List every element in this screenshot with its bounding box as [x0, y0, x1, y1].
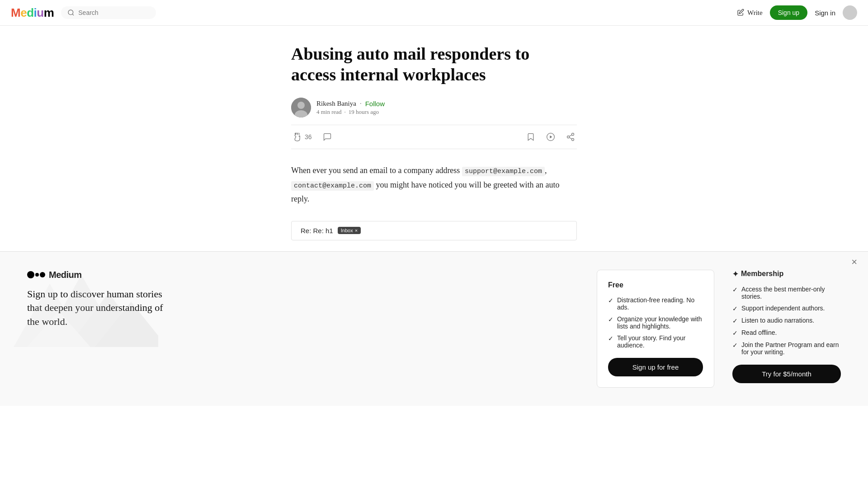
member-feature-3-text: Listen to audio narrations.	[741, 317, 814, 324]
avatar-image	[291, 98, 311, 117]
member-check-2: ✓	[732, 305, 738, 312]
free-feature-2-text: Organize your knowledge with lists and h…	[617, 315, 703, 330]
search-input[interactable]	[78, 9, 150, 16]
listen-button[interactable]	[544, 131, 557, 143]
article-title: Abusing auto mail responders to access i…	[291, 44, 577, 85]
free-plan-title: Free	[608, 281, 703, 289]
share-button[interactable]	[564, 131, 577, 143]
write-label: Write	[747, 9, 763, 17]
email-subject: Re: Re: h1	[301, 227, 333, 235]
avatar[interactable]	[843, 5, 857, 20]
medium-logo[interactable]: Medium	[11, 6, 54, 20]
logo-dot-large	[27, 271, 34, 278]
article-paragraph: When ever you send an email to a company…	[291, 164, 577, 206]
meta-dot: ·	[344, 108, 346, 116]
close-paywall-button[interactable]: ×	[851, 257, 857, 267]
write-button[interactable]: Write	[736, 9, 763, 17]
check-icon-3: ✓	[608, 335, 613, 342]
paywall-section: × Medium Sign up to discover human stori…	[0, 251, 868, 406]
paywall-logo-text: Medium	[49, 270, 82, 280]
play-icon	[546, 132, 555, 141]
svg-line-11	[569, 135, 572, 136]
clap-icon	[293, 132, 302, 141]
header: Medium Write Sign up Sign in	[0, 0, 868, 26]
member-check-4: ✓	[732, 329, 738, 337]
comment-button[interactable]	[321, 131, 334, 143]
signin-button[interactable]: Sign in	[815, 9, 835, 17]
svg-point-8	[567, 136, 570, 138]
check-icon-1: ✓	[608, 297, 613, 304]
like-button[interactable]: 36	[291, 131, 314, 143]
share-icon	[566, 132, 575, 141]
member-feature-3: ✓ Listen to audio narrations.	[732, 317, 841, 324]
inbox-label: Inbox	[341, 228, 353, 233]
svg-point-7	[572, 133, 574, 136]
action-bar: 36	[291, 125, 577, 149]
read-time: 4 min read	[316, 108, 342, 116]
svg-marker-6	[550, 136, 552, 139]
email-code-1: support@example.com	[462, 167, 545, 176]
action-bar-left: 36	[291, 131, 334, 143]
membership-star-icon: ✦	[732, 270, 738, 278]
logo-dots	[27, 271, 45, 278]
member-feature-5: ✓ Join the Partner Program and earn for …	[732, 341, 841, 356]
paywall-logo: Medium	[27, 270, 579, 280]
inbox-badge: Inbox ×	[338, 227, 361, 234]
action-bar-right	[524, 131, 577, 143]
author-info: Rikesh Baniya · Follow 4 min read · 19 h…	[316, 100, 385, 116]
svg-point-9	[572, 139, 574, 141]
author-avatar[interactable]	[291, 98, 311, 117]
member-feature-4-text: Read offline.	[741, 329, 777, 336]
save-button[interactable]	[524, 131, 537, 143]
free-plan-features: ✓ Distraction-free reading. No ads. ✓ Or…	[608, 296, 703, 349]
header-left: Medium	[11, 6, 156, 20]
svg-line-10	[569, 137, 572, 139]
free-signup-button[interactable]: Sign up for free	[608, 358, 703, 376]
member-feature-1-text: Access the best member-only stories.	[741, 286, 841, 300]
member-check-3: ✓	[732, 317, 738, 324]
inbox-close[interactable]: ×	[355, 228, 358, 233]
paywall-tagline: Sign up to discover human stories that d…	[27, 287, 172, 329]
check-icon-2: ✓	[608, 316, 613, 323]
email-code-2: contact@example.com	[291, 181, 374, 191]
comment-icon	[323, 132, 332, 141]
header-right: Write Sign up Sign in	[736, 5, 857, 20]
signup-button[interactable]: Sign up	[770, 5, 807, 20]
member-check-5: ✓	[732, 342, 738, 349]
membership-label: Membership	[741, 270, 783, 278]
bookmark-icon	[526, 132, 535, 141]
free-feature-1-text: Distraction-free reading. No ads.	[617, 296, 703, 311]
body-intro: When ever you send an email to a company…	[291, 166, 460, 175]
author-name[interactable]: Rikesh Baniya	[316, 100, 356, 108]
email-preview: Re: Re: h1 Inbox ×	[291, 221, 577, 240]
published-time: 19 hours ago	[349, 108, 379, 116]
author-row: Rikesh Baniya · Follow 4 min read · 19 h…	[291, 98, 577, 117]
logo-dot-medium	[40, 272, 45, 277]
svg-point-3	[297, 102, 305, 109]
membership-features: ✓ Access the best member-only stories. ✓…	[732, 286, 841, 356]
logo-dot-small	[35, 273, 39, 277]
article-body: When ever you send an email to a company…	[291, 164, 577, 206]
membership-title: ✦ Membership	[732, 270, 841, 278]
member-feature-1: ✓ Access the best member-only stories.	[732, 286, 841, 300]
membership-cta-button[interactable]: Try for $5/month	[732, 365, 841, 383]
like-count: 36	[305, 133, 312, 141]
paywall-free-plan: Free ✓ Distraction-free reading. No ads.…	[597, 270, 714, 388]
dot-separator: ·	[360, 100, 362, 108]
medium-logo-icon	[27, 271, 45, 278]
follow-button[interactable]: Follow	[365, 100, 385, 108]
free-feature-3: ✓ Tell your story. Find your audience.	[608, 334, 703, 349]
search-box[interactable]	[61, 6, 156, 19]
member-feature-2: ✓ Support independent authors.	[732, 305, 841, 312]
article-meta: 4 min read · 19 hours ago	[316, 108, 385, 116]
member-feature-2-text: Support independent authors.	[741, 305, 825, 312]
search-icon	[67, 9, 75, 16]
paywall-branding: Medium Sign up to discover human stories…	[27, 270, 579, 329]
svg-line-1	[72, 14, 74, 15]
member-check-1: ✓	[732, 286, 738, 293]
member-feature-5-text: Join the Partner Program and earn for yo…	[741, 341, 841, 356]
body-mid: ,	[545, 166, 547, 175]
write-icon	[736, 9, 745, 17]
paywall-membership: ✦ Membership ✓ Access the best member-on…	[732, 270, 841, 383]
free-feature-1: ✓ Distraction-free reading. No ads.	[608, 296, 703, 311]
